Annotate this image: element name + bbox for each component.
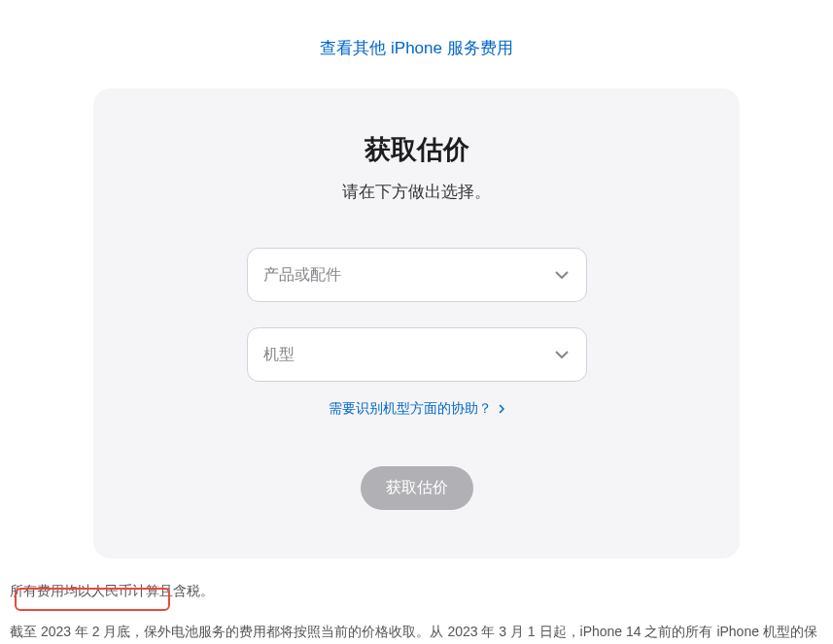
chevron-down-icon [555, 271, 569, 279]
model-select-placeholder: 机型 [263, 345, 295, 365]
help-link-text: 需要识别机型方面的协助？ [329, 400, 492, 416]
footer-paragraph-1: 所有费用均以人民币计算且含税。 [10, 580, 823, 603]
product-select[interactable]: 产品或配件 [247, 248, 587, 302]
chevron-down-icon [555, 351, 569, 358]
help-link-container: 需要识别机型方面的协助？ [122, 399, 711, 418]
product-select-wrapper: 产品或配件 [247, 248, 587, 302]
top-link-container: 查看其他 iPhone 服务费用 [0, 0, 833, 88]
identify-model-help-link[interactable]: 需要识别机型方面的协助？ [329, 400, 504, 416]
view-other-fees-link[interactable]: 查看其他 iPhone 服务费用 [320, 39, 512, 57]
card-title: 获取估价 [122, 132, 711, 167]
model-select-wrapper: 机型 [247, 327, 587, 382]
footer-paragraph-2: 截至 2023 年 2 月底，保外电池服务的费用都将按照当前的价格收取。从 20… [10, 621, 823, 644]
chevron-right-icon [499, 401, 504, 417]
model-select[interactable]: 机型 [247, 327, 587, 382]
estimate-card: 获取估价 请在下方做出选择。 产品或配件 机型 需要识别机型方面的协助？ 获取估… [93, 88, 740, 559]
footer-text: 所有费用均以人民币计算且含税。 截至 2023 年 2 月底，保外电池服务的费用… [0, 559, 833, 644]
product-select-placeholder: 产品或配件 [263, 265, 341, 286]
get-estimate-button[interactable]: 获取估价 [361, 466, 473, 510]
card-subtitle: 请在下方做出选择。 [122, 181, 711, 203]
